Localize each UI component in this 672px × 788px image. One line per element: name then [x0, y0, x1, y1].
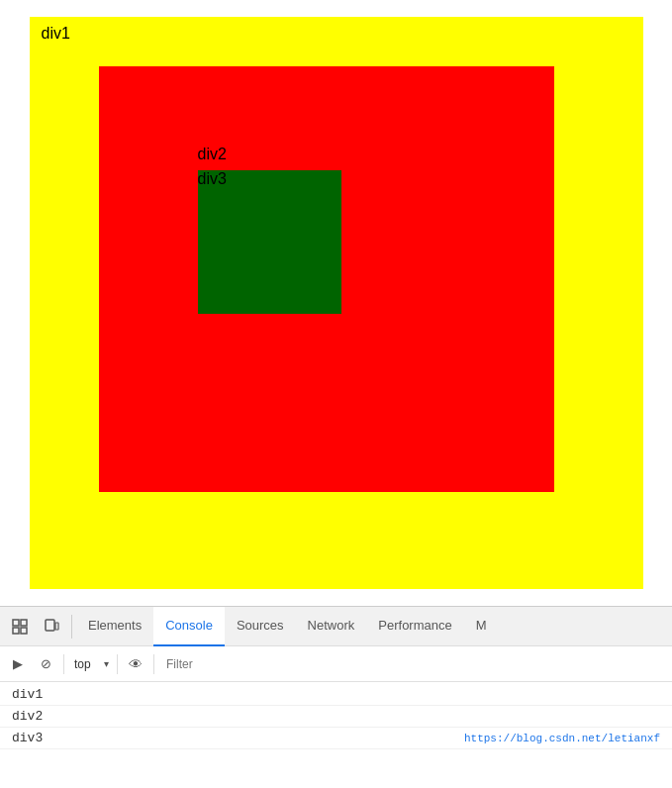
console-line-div3-link[interactable]: https://blog.csdn.net/letianxf: [464, 733, 660, 744]
console-output: div1 div2 div3 https://blog.csdn.net/let…: [0, 682, 672, 788]
tab-sources[interactable]: Sources: [225, 607, 296, 646]
tab-more[interactable]: M: [464, 607, 499, 646]
tab-performance[interactable]: Performance: [366, 607, 463, 646]
tab-network[interactable]: Network: [296, 607, 367, 646]
console-run-button[interactable]: ▶: [6, 652, 30, 676]
console-bar: ▶ ⊘ top ▾ 👁: [0, 646, 672, 682]
inspect-element-button[interactable]: [4, 611, 36, 642]
svg-rect-4: [46, 620, 54, 631]
console-separator: [63, 654, 64, 674]
div3-element: [198, 170, 341, 314]
context-selector[interactable]: top ▾: [70, 655, 111, 673]
svg-rect-3: [21, 628, 27, 634]
console-line-div3: div3 https://blog.csdn.net/letianxf: [0, 728, 672, 749]
devtools-toolbar: Elements Console Sources Network Perform…: [0, 607, 672, 646]
div2-element: div2 div3: [99, 66, 554, 492]
context-dropdown[interactable]: top: [70, 655, 111, 673]
console-line-div3-text: div3: [12, 731, 43, 745]
eye-icon[interactable]: 👁: [124, 652, 147, 676]
div1-element: div1 div2 div3: [30, 17, 643, 589]
svg-rect-0: [13, 620, 19, 626]
devtools-tabs: Elements Console Sources Network Perform…: [76, 607, 668, 646]
console-block-button[interactable]: ⊘: [34, 652, 57, 676]
svg-rect-5: [55, 623, 58, 630]
svg-rect-2: [13, 628, 19, 634]
console-line-div2: div2: [0, 706, 672, 728]
filter-input[interactable]: [160, 654, 666, 674]
tab-console[interactable]: Console: [153, 607, 225, 646]
console-separator-2: [117, 654, 118, 674]
console-line-div1: div1: [0, 684, 672, 706]
console-separator-3: [153, 654, 154, 674]
div3-label: div3: [198, 170, 227, 188]
console-line-div2-text: div2: [12, 709, 43, 724]
div1-label: div1: [42, 25, 70, 43]
device-toggle-button[interactable]: [36, 611, 67, 642]
toolbar-separator: [71, 615, 72, 639]
console-line-div1-text: div1: [12, 687, 43, 702]
div2-label: div2: [198, 146, 227, 163]
browser-viewport: div1 div2 div3: [0, 0, 672, 606]
tab-elements[interactable]: Elements: [76, 607, 153, 646]
devtools-panel: Elements Console Sources Network Perform…: [0, 606, 672, 788]
svg-rect-1: [21, 620, 27, 626]
